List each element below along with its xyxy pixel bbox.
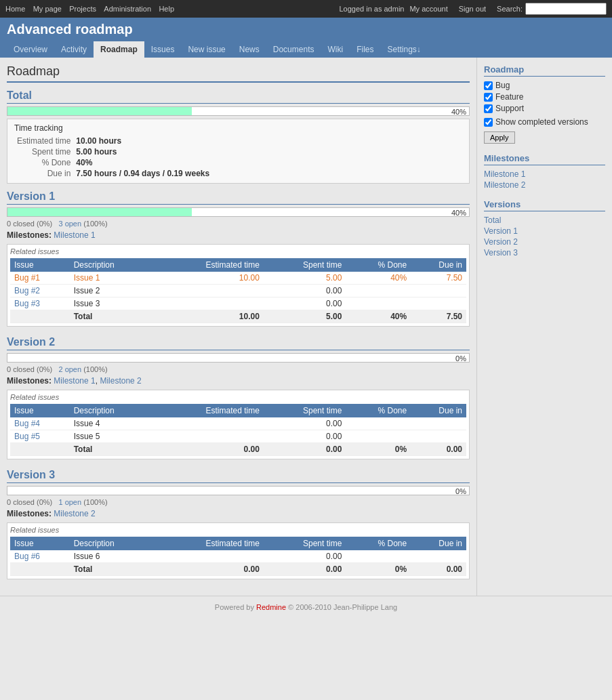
v2-row2-issue[interactable]: Bug #5 bbox=[14, 432, 40, 441]
v1-row1-spent: 5.00 bbox=[264, 272, 346, 285]
v1-row1-desc[interactable]: Issue 1 bbox=[74, 273, 100, 283]
sidebar-milestones-title: Milestones bbox=[484, 153, 605, 165]
filter-bug-checkbox[interactable] bbox=[484, 81, 493, 90]
tab-overview[interactable]: Overview bbox=[7, 40, 54, 58]
v2-total-est: 0.00 bbox=[155, 443, 264, 456]
projects-link[interactable]: Projects bbox=[69, 5, 96, 13]
pct-done-value: 40% bbox=[73, 157, 212, 168]
table-row: Bug #3 Issue 3 0.00 bbox=[10, 297, 466, 310]
tab-issues[interactable]: Issues bbox=[144, 40, 182, 58]
sidebar-version-3-link[interactable]: Version 3 bbox=[484, 248, 605, 258]
apply-button[interactable]: Apply bbox=[484, 131, 515, 144]
sidebar-version-2-link[interactable]: Version 2 bbox=[484, 237, 605, 247]
table-row: Bug #6 Issue 6 0.00 bbox=[10, 550, 466, 563]
v1-row3-spent: 0.00 bbox=[264, 297, 346, 310]
v3-row1-desc: Issue 6 bbox=[70, 550, 155, 563]
v2-row1-issue[interactable]: Bug #4 bbox=[14, 419, 40, 428]
total-progress-label: 40% bbox=[451, 107, 466, 117]
tab-new-issue[interactable]: New issue bbox=[181, 40, 232, 58]
v1-total-spent: 5.00 bbox=[264, 310, 346, 323]
v1-milestone-1-link[interactable]: Milestone 1 bbox=[54, 230, 95, 240]
v2-total-pct: 0% bbox=[346, 443, 411, 456]
filter-bug-label: Bug bbox=[495, 81, 510, 90]
time-tracking-box: Time tracking Estimated time 10.00 hours… bbox=[7, 119, 470, 184]
footer-copyright: © 2006-2010 Jean-Philippe Lang bbox=[288, 603, 397, 611]
v1-row1-duein: 7.50 bbox=[411, 272, 466, 285]
sidebar-show-completed: Show completed versions bbox=[484, 117, 605, 127]
spent-time-label: Spent time bbox=[14, 146, 73, 157]
v1-row2-duein bbox=[411, 285, 466, 297]
filter-support-checkbox[interactable] bbox=[484, 104, 493, 113]
v1-col-desc: Description bbox=[70, 258, 155, 272]
help-link[interactable]: Help bbox=[159, 5, 174, 13]
tab-settings[interactable]: Settings↓ bbox=[381, 40, 428, 58]
footer-redmine-link[interactable]: Redmine bbox=[256, 603, 286, 611]
v2-total-label: Total bbox=[70, 443, 155, 456]
total-progress-bar: 40% bbox=[7, 106, 470, 116]
time-tracking-title: Time tracking bbox=[14, 123, 462, 133]
version-3-progress-bar: 0% bbox=[7, 486, 470, 495]
v3-total-pct: 0% bbox=[346, 563, 411, 576]
v1-col-est: Estimated time bbox=[155, 258, 264, 272]
v2-milestone-1-link[interactable]: Milestone 1 bbox=[54, 376, 95, 386]
tab-activity[interactable]: Activity bbox=[54, 40, 94, 58]
total-section: Total 40% Time tracking Estimated time 1… bbox=[7, 89, 470, 184]
v2-open-count: 2 bbox=[58, 365, 62, 373]
v1-related-issues-title: Related issues bbox=[10, 247, 466, 255]
v2-col-pct: % Done bbox=[346, 404, 411, 417]
administration-link[interactable]: Administration bbox=[104, 5, 151, 13]
version-2-milestones: Milestones: Milestone 1, Milestone 2 bbox=[7, 376, 470, 386]
version-3-related-issues: Related issues Issue Description Estimat… bbox=[7, 522, 470, 579]
v3-open-count: 1 bbox=[58, 498, 62, 506]
total-progress-fill bbox=[7, 107, 192, 115]
v3-total-duein: 0.00 bbox=[411, 563, 466, 576]
v3-total-est: 0.00 bbox=[155, 563, 264, 576]
v1-row3-issue[interactable]: Bug #3 bbox=[14, 299, 40, 308]
v2-row1-desc: Issue 4 bbox=[70, 417, 155, 430]
v1-row2-issue[interactable]: Bug #2 bbox=[14, 286, 40, 295]
version-1-title: Version 1 bbox=[7, 190, 470, 205]
version-1-related-issues: Related issues Issue Description Estimat… bbox=[7, 244, 470, 327]
v3-milestone-2-link[interactable]: Milestone 2 bbox=[54, 509, 95, 518]
version-1-progress-label: 40% bbox=[451, 208, 466, 218]
v2-open-pct: (100%) bbox=[83, 365, 107, 373]
table-row: Bug #2 Issue 2 0.00 bbox=[10, 285, 466, 297]
sidebar-version-1-link[interactable]: Version 1 bbox=[484, 226, 605, 236]
filter-feature-checkbox[interactable] bbox=[484, 93, 493, 102]
sidebar-milestone-1-link[interactable]: Milestone 1 bbox=[484, 169, 605, 179]
sidebar-milestone-2-link[interactable]: Milestone 2 bbox=[484, 180, 605, 190]
milestones-label-v3: Milestones: bbox=[7, 509, 52, 518]
version-3-total-row: Total 0.00 0.00 0% 0.00 bbox=[10, 563, 466, 576]
sidebar-version-total-link[interactable]: Total bbox=[484, 215, 605, 225]
tab-news[interactable]: News bbox=[232, 40, 266, 58]
milestones-label-v1: Milestones: bbox=[7, 230, 52, 240]
v1-open-label: open bbox=[65, 220, 81, 228]
v2-col-est: Estimated time bbox=[155, 404, 264, 417]
v2-row2-pct bbox=[346, 430, 411, 443]
v2-row2-spent: 0.00 bbox=[264, 430, 346, 443]
mypage-link[interactable]: My page bbox=[33, 5, 62, 13]
v2-row2-est bbox=[155, 430, 264, 443]
v2-milestone-2-link[interactable]: Milestone 2 bbox=[100, 376, 141, 386]
tab-roadmap[interactable]: Roadmap bbox=[94, 40, 144, 58]
version-1-milestones: Milestones: Milestone 1 bbox=[7, 230, 470, 240]
my-account-link[interactable]: My account bbox=[409, 5, 447, 13]
v2-row1-spent: 0.00 bbox=[264, 417, 346, 430]
tab-wiki[interactable]: Wiki bbox=[321, 40, 350, 58]
filter-feature-label: Feature bbox=[495, 92, 523, 102]
v3-col-desc: Description bbox=[70, 537, 155, 550]
v3-row1-issue[interactable]: Bug #6 bbox=[14, 552, 40, 561]
sidebar-roadmap-title: Roadmap bbox=[484, 64, 605, 77]
v1-row1-issue[interactable]: Bug #1 bbox=[14, 273, 40, 283]
show-completed-checkbox[interactable] bbox=[484, 118, 493, 127]
sign-out-link[interactable]: Sign out bbox=[459, 5, 486, 13]
tab-files[interactable]: Files bbox=[350, 40, 380, 58]
v3-row1-pct bbox=[346, 550, 411, 563]
tab-documents[interactable]: Documents bbox=[266, 40, 321, 58]
search-input[interactable] bbox=[525, 3, 607, 15]
estimated-time-label: Estimated time bbox=[14, 136, 73, 146]
sidebar-roadmap-box: Roadmap Bug Feature Support Show complet… bbox=[484, 64, 605, 144]
home-link[interactable]: Home bbox=[5, 5, 25, 13]
version-2-related-issues: Related issues Issue Description Estimat… bbox=[7, 390, 470, 459]
v1-total-duein: 7.50 bbox=[411, 310, 466, 323]
